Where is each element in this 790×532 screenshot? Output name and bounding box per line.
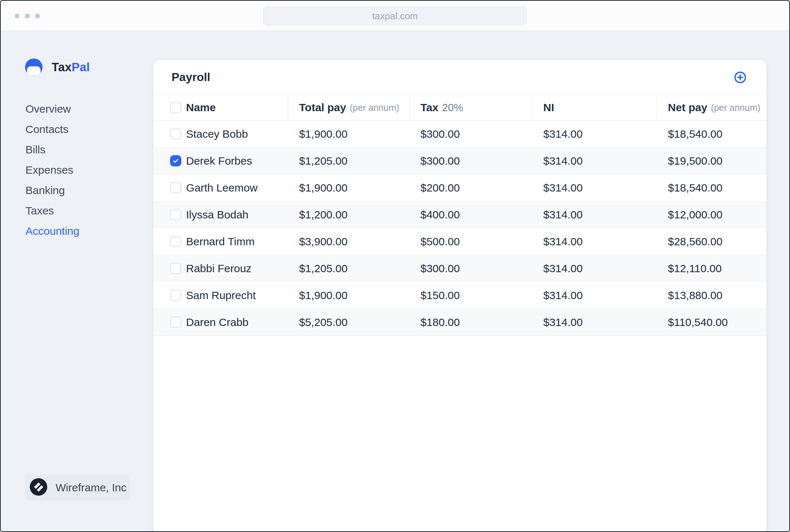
- sidebar-item-expenses[interactable]: Expenses: [25, 160, 127, 180]
- tax-cell: $300.00: [410, 148, 532, 174]
- row-checkbox[interactable]: [170, 155, 181, 166]
- logo-text: TaxPal: [52, 60, 90, 74]
- total-pay-cell: $1,205.00: [288, 255, 410, 282]
- taxpal-logo-mark-icon: [25, 59, 43, 76]
- net-pay-cell: $18,540.00: [657, 121, 766, 147]
- tax-cell: $200.00: [410, 174, 532, 201]
- row-checkbox[interactable]: [170, 128, 181, 140]
- page-title: Payroll: [172, 70, 210, 84]
- url-bar[interactable]: taxpal.com: [263, 7, 527, 25]
- window-control-dot[interactable]: [25, 13, 30, 19]
- tax-cell: $400.00: [410, 201, 532, 228]
- name-cell: Bernard Timm: [153, 228, 288, 255]
- column-note: (per annum): [711, 102, 760, 113]
- ni-cell: $314.00: [532, 255, 657, 282]
- column-header-total-pay: Total pay (per annum): [288, 95, 410, 120]
- card-header: Payroll: [153, 60, 766, 94]
- table-row[interactable]: Daren Crabb $5,205.00 $180.00 $314.00 $1…: [153, 309, 766, 336]
- column-header-tax: Tax 20%: [410, 95, 532, 120]
- name-cell: Derek Forbes: [153, 148, 288, 174]
- sidebar-item-overview[interactable]: Overview: [25, 99, 127, 119]
- table-row[interactable]: Stacey Bobb $1,900.00 $300.00 $314.00 $1…: [153, 121, 766, 148]
- row-checkbox[interactable]: [170, 182, 181, 193]
- net-pay-cell: $13,880.00: [657, 282, 766, 309]
- plus-circle-icon: [734, 79, 746, 85]
- tax-cell: $500.00: [410, 228, 532, 255]
- ni-cell: $314.00: [532, 148, 657, 174]
- row-checkbox[interactable]: [170, 317, 181, 328]
- table-row[interactable]: Bernard Timm $3,900.00 $500.00 $314.00 $…: [153, 228, 766, 255]
- company-name: Wireframe, Inc: [56, 481, 126, 494]
- browser-chrome: taxpal.com: [1, 1, 789, 31]
- name-cell: Ilyssa Bodah: [153, 201, 288, 228]
- employee-name: Garth Leemow: [186, 182, 258, 194]
- employee-name: Sam Ruprecht: [186, 289, 256, 302]
- table-row[interactable]: Garth Leemow $1,900.00 $200.00 $314.00 $…: [153, 174, 766, 201]
- total-pay-cell: $1,900.00: [288, 174, 410, 201]
- window-controls[interactable]: [15, 13, 40, 19]
- ni-cell: $314.00: [532, 121, 657, 147]
- column-label: Tax: [420, 101, 438, 114]
- window-control-dot[interactable]: [15, 13, 20, 19]
- window-control-dot[interactable]: [35, 13, 40, 19]
- ni-cell: $314.00: [532, 201, 657, 228]
- table-body: Stacey Bobb $1,900.00 $300.00 $314.00 $1…: [153, 121, 766, 336]
- sidebar-item-banking[interactable]: Banking: [25, 180, 127, 201]
- select-all-checkbox[interactable]: [170, 102, 181, 113]
- app-body: TaxPal OverviewContactsBillsExpensesBank…: [1, 31, 789, 531]
- row-checkbox[interactable]: [170, 209, 181, 220]
- name-cell: Garth Leemow: [153, 174, 288, 201]
- payroll-card: Payroll Name: [153, 60, 766, 531]
- column-header-net-pay: Net pay (per annum): [657, 95, 766, 120]
- sidebar-item-taxes[interactable]: Taxes: [25, 201, 127, 221]
- sidebar-item-contacts[interactable]: Contacts: [25, 119, 127, 140]
- net-pay-cell: $28,560.00: [657, 228, 766, 255]
- total-pay-cell: $1,205.00: [288, 148, 410, 174]
- total-pay-cell: $1,900.00: [288, 121, 410, 147]
- wireframe-logo-icon: [30, 478, 47, 497]
- sidebar-item-bills[interactable]: Bills: [25, 140, 127, 160]
- table-row[interactable]: Derek Forbes $1,205.00 $300.00 $314.00 $…: [153, 148, 766, 174]
- url-text: taxpal.com: [372, 11, 418, 22]
- total-pay-cell: $1,900.00: [288, 282, 410, 309]
- row-checkbox[interactable]: [170, 263, 181, 274]
- ni-cell: $314.00: [532, 309, 657, 335]
- column-label: Total pay: [299, 101, 346, 114]
- row-checkbox[interactable]: [170, 290, 181, 301]
- column-note: 20%: [442, 102, 463, 114]
- total-pay-cell: $5,205.00: [288, 309, 410, 335]
- employee-name: Daren Crabb: [186, 316, 249, 329]
- tax-cell: $300.00: [410, 121, 532, 147]
- employee-name: Rabbi Ferouz: [186, 262, 251, 275]
- employee-name: Derek Forbes: [186, 155, 252, 167]
- name-cell: Sam Ruprecht: [153, 282, 288, 309]
- net-pay-cell: $110,540.00: [657, 309, 766, 335]
- net-pay-cell: $12,000.00: [657, 201, 766, 228]
- column-header-name: Name: [153, 95, 288, 120]
- employee-name: Ilyssa Bodah: [186, 209, 249, 221]
- net-pay-cell: $19,500.00: [657, 148, 766, 174]
- table-row[interactable]: Rabbi Ferouz $1,205.00 $300.00 $314.00 $…: [153, 255, 766, 282]
- sidebar-nav: OverviewContactsBillsExpensesBankingTaxe…: [25, 99, 127, 241]
- total-pay-cell: $1,200.00: [288, 201, 410, 228]
- column-label: Name: [186, 101, 216, 114]
- app-logo[interactable]: TaxPal: [25, 59, 90, 76]
- table-row[interactable]: Ilyssa Bodah $1,200.00 $400.00 $314.00 $…: [153, 201, 766, 228]
- app-window: taxpal.com TaxPal OverviewContactsBillsE…: [0, 0, 790, 532]
- net-pay-cell: $18,540.00: [657, 174, 766, 201]
- table-header: Name Total pay (per annum) Tax 20% NI Ne…: [153, 94, 766, 121]
- column-header-ni: NI: [532, 95, 657, 120]
- sidebar-item-accounting[interactable]: Accounting: [25, 221, 127, 241]
- ni-cell: $314.00: [532, 282, 657, 309]
- name-cell: Daren Crabb: [153, 309, 288, 335]
- row-checkbox[interactable]: [170, 236, 181, 247]
- employee-name: Bernard Timm: [186, 235, 254, 248]
- column-note: (per annum): [350, 102, 399, 113]
- table-row[interactable]: Sam Ruprecht $1,900.00 $150.00 $314.00 $…: [153, 282, 766, 309]
- tax-cell: $300.00: [410, 255, 532, 282]
- company-badge[interactable]: Wireframe, Inc: [25, 475, 130, 500]
- name-cell: Stacey Bobb: [153, 121, 288, 147]
- add-payroll-button[interactable]: [734, 71, 746, 84]
- column-label: NI: [543, 101, 554, 114]
- tax-cell: $180.00: [410, 309, 532, 335]
